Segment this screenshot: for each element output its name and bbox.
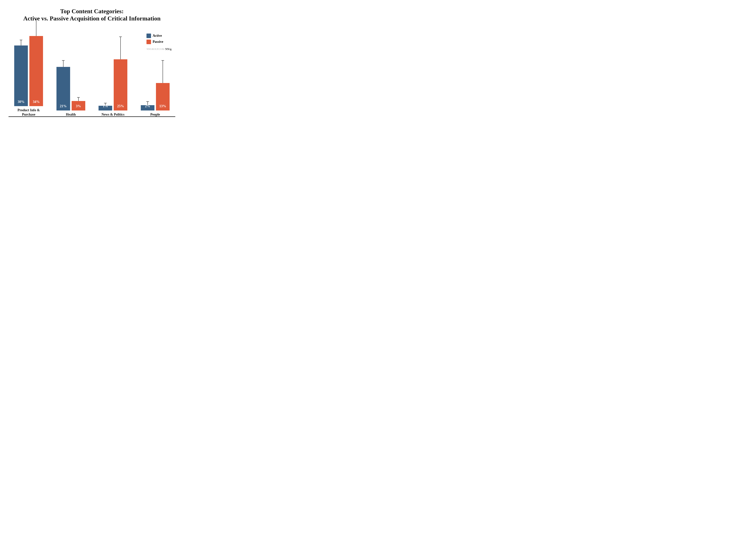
bars-row-1: 21%3% <box>56 60 85 110</box>
passive-bar-1: 3% <box>72 101 85 110</box>
passive-bar-wrapper-2: 25% <box>114 37 127 110</box>
passive-bar-0: 34% <box>29 36 43 106</box>
chart-area: 30%34%Product Info & Purchase21%3%Health… <box>9 30 175 117</box>
active-pct-0: 30% <box>17 99 25 105</box>
active-pct-3: 2% <box>144 103 151 109</box>
passive-pct-0: 34% <box>32 99 40 105</box>
passive-bar-wrapper-1: 3% <box>72 97 85 110</box>
active-bar-wrapper-2: 1% <box>99 103 112 110</box>
bars-row-3: 2%13% <box>141 60 170 110</box>
passive-pct-1: 3% <box>75 103 82 109</box>
active-pct-2: 1% <box>102 103 109 109</box>
bars-row-2: 1%25% <box>99 37 127 110</box>
active-bar-wrapper-3: 2% <box>141 101 154 110</box>
legend-passive-swatch <box>146 40 151 44</box>
legend-active: Active <box>146 34 171 38</box>
legend-active-label: Active <box>153 34 162 38</box>
passive-bar-3: 13% <box>156 83 170 110</box>
bar-group-2: 1%25%News & Politics <box>95 37 131 117</box>
nngroup-url: NNGROUP.COM <box>146 48 164 51</box>
passive-bar-wrapper-0: 34% <box>29 19 43 106</box>
active-error-top-0 <box>20 40 22 45</box>
nngroup-logo-text: NN/g <box>165 48 171 51</box>
nngroup-logo: NNGROUP.COM NN/g <box>146 48 171 51</box>
active-bar-2: 1% <box>99 106 112 110</box>
legend-active-swatch <box>146 34 151 38</box>
bar-group-1: 21%3%Health <box>53 60 89 117</box>
active-bar-wrapper-0: 30% <box>14 40 28 106</box>
active-error-top-1 <box>62 60 65 67</box>
baseline <box>9 116 175 117</box>
passive-bar-wrapper-3: 13% <box>156 60 170 110</box>
bar-group-0: 30%34%Product Info & Purchase <box>10 19 47 117</box>
bars-row-0: 30%34% <box>14 19 43 106</box>
active-bar-3: 2% <box>141 105 154 110</box>
passive-pct-2: 25% <box>116 103 125 109</box>
chart-title-line1: Top Content Categories: <box>9 8 175 15</box>
passive-error-top-1 <box>77 97 80 101</box>
passive-bar-2: 25% <box>114 59 127 110</box>
chart-container: Top Content Categories: Active vs. Passi… <box>1 2 183 138</box>
active-bar-wrapper-1: 21% <box>56 60 70 110</box>
active-bar-1: 21% <box>56 67 70 110</box>
legend-passive-label: Passive <box>153 40 163 44</box>
passive-error-top-3 <box>161 60 164 83</box>
legend-area: Active Passive NNGROUP.COM NN/g <box>146 34 171 51</box>
active-pct-1: 21% <box>59 103 67 109</box>
group-label-0: Product Info & Purchase <box>10 108 47 117</box>
active-bar-0: 30% <box>14 45 28 106</box>
passive-error-top-0 <box>35 19 38 36</box>
passive-error-top-2 <box>119 37 122 59</box>
legend-passive: Passive <box>146 40 171 44</box>
bar-group-3: 2%13%People <box>137 60 174 117</box>
passive-pct-3: 13% <box>159 103 167 109</box>
